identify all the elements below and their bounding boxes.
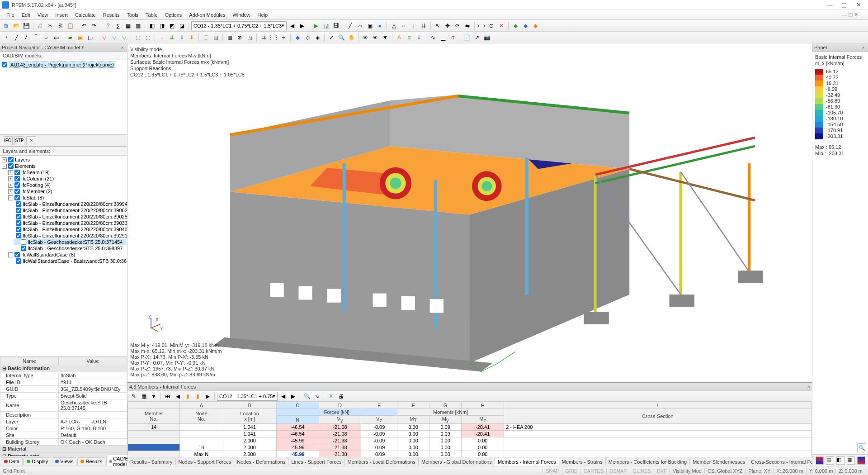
navigator-tree[interactable]: AU143_end.ifc - Projektnummer (Projektna…	[0, 60, 127, 134]
status-plane[interactable]: Plane: XY	[745, 468, 774, 474]
tool-b-icon[interactable]: ▥	[133, 21, 142, 30]
cut-icon[interactable]: ✂	[46, 21, 55, 30]
result-cell[interactable]	[504, 444, 812, 451]
paste-icon[interactable]: 📋	[66, 21, 75, 30]
col-moments[interactable]: Moments [kNm]	[397, 409, 504, 416]
menu-insert[interactable]: Insert	[52, 11, 71, 19]
delete-model-button[interactable]: ✕	[26, 136, 36, 145]
results-tab[interactable]: Members - Internal Forces	[495, 458, 559, 466]
result-cell[interactable]: -45.99	[276, 444, 319, 451]
vis-a-icon[interactable]: 👁	[361, 33, 370, 42]
load-line-icon[interactable]: ⇊	[419, 21, 428, 30]
opening-icon[interactable]: ▢	[85, 33, 94, 42]
prop-value[interactable]: OK Dach - OK Dach	[58, 439, 127, 446]
col-node[interactable]: NodeNo.	[180, 409, 223, 424]
sload-icon[interactable]: ⇓	[177, 33, 186, 42]
col-letter[interactable]: A	[180, 402, 223, 409]
result-cell[interactable]: 14	[128, 424, 180, 431]
delete-icon[interactable]: ✕	[497, 21, 506, 30]
lc-prev-icon[interactable]: ◀	[288, 21, 297, 30]
layer-checkbox[interactable]	[14, 176, 20, 181]
layer-label[interactable]: IfcWallStandardCase - Basiswand:STB 30.0…	[23, 258, 127, 264]
col-sub[interactable]: My	[429, 416, 462, 424]
layer-label[interactable]: IfcSlab (8)	[21, 195, 44, 201]
close-button[interactable]: ✕	[855, 2, 862, 8]
col-cross[interactable]: Cross-Section	[504, 409, 812, 424]
result-cell[interactable]: 0.00	[397, 444, 429, 451]
model-checkbox[interactable]	[2, 62, 7, 67]
menu-options[interactable]: Options	[161, 11, 185, 19]
new-icon[interactable]: 🗎	[2, 21, 11, 30]
prop-value[interactable]: R:160, G:160, B:160	[58, 425, 127, 432]
scale-mode-5-icon[interactable]	[857, 456, 865, 465]
result-cell[interactable]: -21.08	[319, 424, 361, 431]
lload-icon[interactable]: ⇊	[167, 33, 176, 42]
result-cell[interactable]: 1.041	[223, 424, 276, 431]
polyline-icon[interactable]: 〳	[22, 33, 31, 42]
maximize-button[interactable]: ▢	[841, 2, 847, 8]
results-tab[interactable]: Results - Summary	[127, 458, 176, 466]
export-icon[interactable]: ↗	[472, 33, 481, 42]
divide-icon[interactable]: ÷	[279, 33, 288, 42]
result-cell[interactable]	[128, 444, 180, 451]
coords-icon[interactable]: ⊕	[235, 33, 244, 42]
layer-label[interactable]: IfcColumn (21)	[21, 176, 54, 182]
layer-row[interactable]: +Layers	[1, 157, 126, 163]
col-forces[interactable]: Forces [kN]	[276, 409, 397, 416]
layer-label[interactable]: IfcSlab - Einzelfundament:220/220/80cm:3…	[23, 220, 127, 226]
results-tab[interactable]: Lines - Support Forces	[288, 458, 344, 466]
load-icon[interactable]: ↓	[409, 21, 418, 30]
lsupport-icon[interactable]: ▽	[109, 33, 118, 42]
circle-icon[interactable]: ○	[42, 33, 51, 42]
view-front-icon[interactable]: ◩	[167, 21, 176, 30]
result-cell[interactable]: 0.09	[429, 424, 462, 431]
result-cell[interactable]: -0.09	[361, 424, 397, 431]
help-icon[interactable]: ?	[104, 21, 113, 30]
results-table[interactable]: ABCDEFGHIMemberNo.NodeNo.Locationx [m]Fo…	[127, 402, 812, 457]
expand-icon[interactable]: +	[8, 170, 13, 175]
table-goto-icon[interactable]: ↘	[312, 392, 321, 401]
results-lc-combo[interactable]: CO12 - 1.35*LC1 + 0.75 ▾	[217, 392, 278, 401]
result-cell[interactable]: -21.38	[319, 451, 361, 457]
layer-row[interactable]: IfcSlab - Geschossdecke:STB 25.0:371454	[14, 239, 126, 245]
copy-move-icon[interactable]: ⇉	[259, 33, 268, 42]
cs-icon[interactable]: ⌶	[201, 33, 210, 42]
render-wire-icon[interactable]: ◇	[303, 33, 312, 42]
layer-checkbox[interactable]	[14, 252, 20, 257]
solid-draw-icon[interactable]: ▣	[75, 33, 85, 42]
table-print-icon[interactable]: 🖨	[336, 392, 345, 401]
results-tab[interactable]: Members - Coefficients for Buckling	[606, 458, 690, 466]
pin-icon[interactable]: ▾	[80, 44, 85, 50]
show-results-icon[interactable]: 📊	[321, 21, 330, 30]
layer-label[interactable]: IfcSlab - Einzelfundament:220/220/80cm:3…	[23, 233, 127, 239]
model-item[interactable]: AU143_end.ifc - Projektnummer (Projektna…	[9, 62, 115, 68]
expand-icon[interactable]: -	[2, 164, 7, 169]
results-tab[interactable]: Member Slendernesses	[690, 458, 748, 466]
result-cell[interactable]: 2.000	[223, 437, 276, 444]
render-transp-icon[interactable]: ◈	[313, 33, 322, 42]
layer-checkbox[interactable]	[16, 201, 21, 207]
result-cell[interactable]: -20.41	[462, 431, 504, 437]
step-button[interactable]: STP	[14, 136, 24, 145]
line-draw-icon[interactable]: ╱	[12, 33, 21, 42]
layer-label[interactable]: IfcSlab - Geschossdecke:STB 25.0:371454	[28, 239, 123, 245]
gload-icon[interactable]: ⬇	[187, 33, 196, 42]
result-cell[interactable]: 1.041	[223, 431, 276, 437]
node-draw-icon[interactable]: •	[2, 33, 11, 42]
result-cell[interactable]	[180, 424, 223, 431]
result-cell[interactable]: 18	[180, 444, 223, 451]
col-sub[interactable]: N	[276, 416, 319, 424]
cam-icon[interactable]: 📷	[482, 33, 491, 42]
menu-file[interactable]: File	[3, 11, 18, 19]
result-cell[interactable]: 0.00	[429, 444, 462, 451]
layer-row[interactable]: IfcWallStandardCase - Basiswand:STB 30.0…	[14, 258, 126, 264]
array-icon[interactable]: ⋮⋮	[269, 33, 278, 42]
col-sub[interactable]: Vy	[319, 416, 361, 424]
rect-icon[interactable]: ▭	[52, 33, 61, 42]
col-letter[interactable]: B	[223, 402, 276, 409]
prop-value[interactable]: A-FLOR-____-OTLN	[58, 418, 127, 425]
loadcase-combo[interactable]: CO12 - 1.35*LC1 + 0.75*LC2 + 1.5*LC3▾	[191, 21, 287, 30]
menu-view[interactable]: View	[34, 11, 52, 19]
anim-icon[interactable]: 🎞	[331, 21, 340, 30]
label-a-icon[interactable]: A	[395, 33, 404, 42]
